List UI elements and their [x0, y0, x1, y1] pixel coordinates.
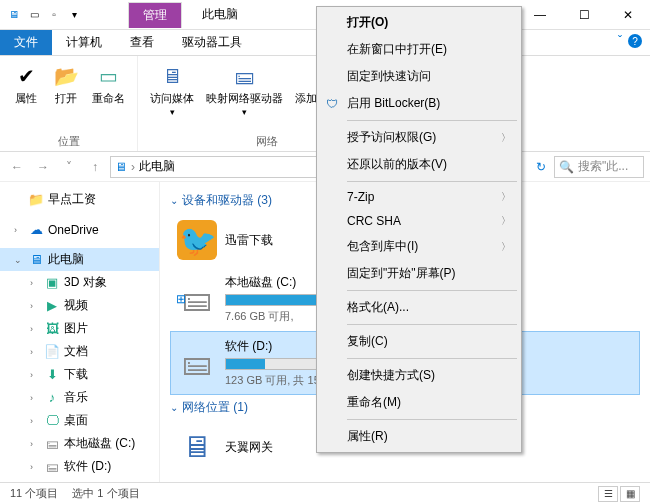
tree-item-local-c[interactable]: ›🖴本地磁盘 (C:) — [0, 432, 159, 455]
minimize-button[interactable]: ― — [518, 1, 562, 29]
tab-drive-tools[interactable]: 驱动器工具 — [168, 30, 256, 55]
drive-icon: 🖴⊞ — [177, 279, 217, 319]
chevron-right-icon: 〉 — [501, 131, 511, 145]
download-icon: ⬇ — [44, 367, 60, 382]
search-input[interactable]: 🔍 搜索"此... — [554, 156, 644, 178]
shield-icon: 🛡 — [323, 97, 341, 111]
cloud-icon: ☁ — [28, 222, 44, 237]
qat-properties-icon[interactable]: ▭ — [26, 7, 42, 23]
view-large-button[interactable]: ▦ — [620, 486, 640, 502]
window-title: 此电脑 — [202, 6, 238, 23]
folder-icon: 📁 — [28, 192, 44, 207]
chevron-down-icon: ⌄ — [170, 402, 178, 413]
tree-item-pictures[interactable]: ›🖼图片 — [0, 317, 159, 340]
drive-icon: 🖴 — [44, 436, 60, 451]
qat-new-folder-icon[interactable]: ▫ — [46, 7, 62, 23]
nav-recent-dropdown[interactable]: ˅ — [58, 156, 80, 178]
document-icon: 📄 — [44, 344, 60, 359]
separator — [347, 419, 517, 420]
ctx-pin-start[interactable]: 固定到"开始"屏幕(P) — [319, 260, 519, 287]
ctx-restore-versions[interactable]: 还原以前的版本(V) — [319, 151, 519, 178]
ribbon-properties-button[interactable]: ✔属性 — [6, 60, 46, 107]
drive-icon: 🖴 — [44, 459, 60, 474]
help-icon[interactable]: ? — [628, 34, 642, 48]
ctx-open[interactable]: 打开(O) — [319, 9, 519, 36]
desktop-icon: 🖵 — [44, 413, 60, 428]
music-icon: ♪ — [44, 390, 60, 405]
chevron-right-icon: 〉 — [501, 240, 511, 254]
ribbon-collapse-icon[interactable]: ˇ — [618, 34, 622, 48]
tree-item-downloads[interactable]: ›⬇下载 — [0, 363, 159, 386]
tree-item-desktop[interactable]: ›🖵桌面 — [0, 409, 159, 432]
ribbon-map-drive-button[interactable]: 🖴映射网络驱动器▾ — [200, 60, 289, 120]
refresh-button[interactable]: ↻ — [532, 160, 550, 174]
tree-item-videos[interactable]: ›▶视频 — [0, 294, 159, 317]
ribbon-group-network-label: 网络 — [256, 134, 278, 149]
tree-item-music[interactable]: ›♪音乐 — [0, 386, 159, 409]
tree-item-3d-objects[interactable]: ›▣3D 对象 — [0, 271, 159, 294]
video-icon: ▶ — [44, 298, 60, 313]
app-icon: 🖥 — [6, 7, 22, 23]
separator — [347, 120, 517, 121]
separator — [347, 324, 517, 325]
ribbon-rename-button[interactable]: ▭重命名 — [86, 60, 131, 107]
chevron-down-icon: ⌄ — [170, 195, 178, 206]
tab-view[interactable]: 查看 — [116, 30, 168, 55]
tree-item-software-d[interactable]: ›🖴软件 (D:) — [0, 455, 159, 478]
context-menu: 打开(O) 在新窗口中打开(E) 固定到快速访问 🛡启用 BitLocker(B… — [316, 6, 522, 453]
ctx-open-new-window[interactable]: 在新窗口中打开(E) — [319, 36, 519, 63]
breadcrumb-chevron-icon[interactable]: › — [131, 160, 135, 174]
tab-computer[interactable]: 计算机 — [52, 30, 116, 55]
ctx-create-shortcut[interactable]: 创建快捷方式(S) — [319, 362, 519, 389]
gateway-icon: 🖥 — [177, 427, 217, 467]
status-selected-count: 选中 1 个项目 — [72, 486, 139, 501]
navigation-tree: 📁早点工资 ›☁OneDrive ⌄🖥此电脑 ›▣3D 对象 ›▶视频 ›🖼图片… — [0, 182, 160, 482]
ctx-rename[interactable]: 重命名(M) — [319, 389, 519, 416]
contextual-tab-manage[interactable]: 管理 — [128, 2, 182, 28]
drive-icon: 🖴 — [177, 343, 217, 383]
chevron-right-icon: 〉 — [501, 214, 511, 228]
ctx-grant-access[interactable]: 授予访问权限(G)〉 — [319, 124, 519, 151]
ctx-copy[interactable]: 复制(C) — [319, 328, 519, 355]
breadcrumb-current[interactable]: 此电脑 — [139, 158, 175, 175]
separator — [347, 181, 517, 182]
separator — [347, 358, 517, 359]
picture-icon: 🖼 — [44, 321, 60, 336]
ribbon-open-button[interactable]: 📂打开 — [46, 60, 86, 107]
pc-icon: 🖥 — [115, 160, 127, 174]
ribbon-group-location-label: 位置 — [58, 134, 80, 149]
close-button[interactable]: ✕ — [606, 1, 650, 29]
ctx-7zip[interactable]: 7-Zip〉 — [319, 185, 519, 209]
maximize-button[interactable]: ☐ — [562, 1, 606, 29]
pc-icon: 🖥 — [28, 252, 44, 267]
cube-icon: ▣ — [44, 275, 60, 290]
status-bar: 11 个项目 选中 1 个项目 ☰ ▦ — [0, 482, 650, 504]
tree-item-documents[interactable]: ›📄文档 — [0, 340, 159, 363]
chevron-right-icon: 〉 — [501, 190, 511, 204]
ribbon-access-media-button[interactable]: 🖥访问媒体▾ — [144, 60, 200, 120]
xunlei-icon: 🐦 — [177, 220, 217, 260]
tree-item-folder[interactable]: 📁早点工资 — [0, 188, 159, 211]
nav-forward-button[interactable]: → — [32, 156, 54, 178]
ctx-enable-bitlocker[interactable]: 🛡启用 BitLocker(B) — [319, 90, 519, 117]
nav-back-button[interactable]: ← — [6, 156, 28, 178]
tree-item-onedrive[interactable]: ›☁OneDrive — [0, 219, 159, 240]
qat-dropdown-icon[interactable]: ▾ — [66, 7, 82, 23]
view-details-button[interactable]: ☰ — [598, 486, 618, 502]
ctx-crc-sha[interactable]: CRC SHA〉 — [319, 209, 519, 233]
ctx-include-library[interactable]: 包含到库中(I)〉 — [319, 233, 519, 260]
nav-up-button[interactable]: ↑ — [84, 156, 106, 178]
status-item-count: 11 个项目 — [10, 486, 58, 501]
tree-item-thispc[interactable]: ⌄🖥此电脑 — [0, 248, 159, 271]
ctx-properties[interactable]: 属性(R) — [319, 423, 519, 450]
tab-file[interactable]: 文件 — [0, 30, 52, 55]
search-icon: 🔍 — [559, 160, 574, 174]
separator — [347, 290, 517, 291]
ctx-format[interactable]: 格式化(A)... — [319, 294, 519, 321]
ctx-pin-quick-access[interactable]: 固定到快速访问 — [319, 63, 519, 90]
